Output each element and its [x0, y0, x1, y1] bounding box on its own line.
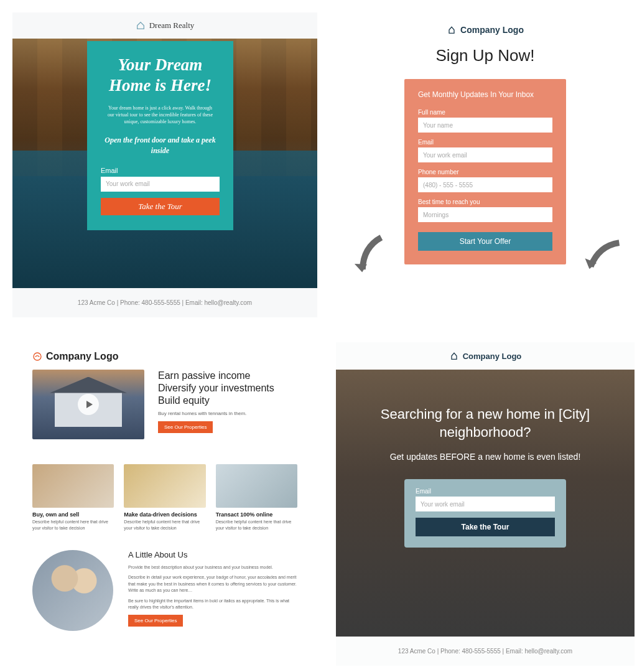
brand-name: Company Logo [460, 25, 524, 35]
hero-text: Earn passive income Diversify your inves… [158, 370, 274, 439]
feature-image [216, 464, 297, 508]
about-section: A Little About Us Provide the best descr… [32, 550, 297, 631]
feature-image [32, 464, 114, 508]
arrow-right-icon [576, 227, 628, 284]
email-label: Email [101, 167, 220, 174]
email-capture-card: Email Take the Tour [404, 479, 566, 548]
see-properties-button[interactable]: See Our Properties [128, 615, 183, 627]
fullname-input[interactable] [418, 118, 552, 133]
feature-title: Transact 100% online [216, 511, 297, 518]
about-p3: Be sure to highlight the important items… [128, 598, 297, 611]
brand-header: Dream Realty [12, 12, 317, 39]
about-p2: Describe in detail your work experience,… [128, 574, 297, 594]
hero-sub: Get updates BEFORE a new home is even li… [390, 451, 581, 463]
hero-video-thumbnail[interactable] [32, 370, 144, 439]
hero-description: Your dream home is just a click away. Wa… [101, 105, 220, 126]
phone-input[interactable] [418, 177, 552, 192]
features-row: Buy, own and sell Describe helpful conte… [32, 464, 297, 531]
about-p1: Provide the best description about your … [128, 564, 297, 571]
email-label: Email [418, 139, 552, 146]
page-heading: Sign Up Now! [436, 46, 535, 65]
hero-sub: Buy rental homes with tennants in them. [158, 411, 274, 416]
brand-name: Company Logo [46, 351, 118, 362]
feature-card: Make data-driven decisions Describe help… [124, 464, 205, 531]
email-label: Email [416, 488, 555, 495]
email-input[interactable] [416, 497, 555, 511]
template-city-search: Company Logo Searching for a new home in… [336, 342, 635, 666]
start-offer-button[interactable]: Start Your Offer [418, 232, 552, 251]
brand-name: Dream Realty [149, 21, 195, 30]
brand-header: Company Logo [336, 342, 635, 370]
hero-line-3: Build equity [158, 395, 210, 406]
brand-name: Company Logo [463, 352, 522, 361]
swirl-icon [32, 352, 42, 362]
about-photo [32, 550, 113, 631]
brand-header: Company Logo [32, 351, 297, 362]
email-input[interactable] [101, 177, 220, 192]
phone-label: Phone number [418, 169, 552, 175]
hero-line-2: Diversify your investments [158, 383, 274, 393]
template-signup-form: Company Logo Sign Up Now! Get Monthly Up… [336, 12, 635, 317]
signup-form: Get Monthly Updates In Your Inbox Full n… [404, 79, 566, 264]
feature-title: Make data-driven decisions [124, 511, 205, 518]
about-text: A Little About Us Provide the best descr… [128, 550, 297, 627]
feature-body: Describe helpful content here that drive… [216, 519, 297, 531]
brand-header: Company Logo [447, 25, 524, 35]
hero-title: Your Dream Home is Here! [101, 55, 220, 96]
hero-image: Searching for a new home in [City] neigh… [336, 370, 635, 637]
form-title: Get Monthly Updates In Your Inbox [418, 90, 552, 99]
feature-card: Transact 100% online Describe helpful co… [216, 464, 297, 531]
template-investor-landing: Company Logo Earn passive income Diversi… [12, 342, 317, 666]
take-tour-button[interactable]: Take the Tour [416, 518, 555, 536]
hero-title: Searching for a new home in [City] neigh… [361, 406, 610, 441]
take-tour-button[interactable]: Take the Tour [101, 198, 220, 215]
email-input[interactable] [418, 147, 552, 162]
besttime-input[interactable] [418, 207, 552, 222]
hero-overlay-card: Your Dream Home is Here! Your dream home… [87, 41, 233, 230]
hero-row: Earn passive income Diversify your inves… [32, 370, 297, 439]
fullname-label: Full name [418, 109, 552, 116]
feature-image [124, 464, 205, 508]
play-icon [78, 394, 99, 415]
house-icon [136, 21, 146, 30]
footer-contact: 123 Acme Co | Phone: 480-555-5555 | Emai… [336, 637, 635, 666]
footer-contact: 123 Acme Co | Phone: 480-555-5555 | Emai… [12, 288, 317, 317]
hero-line-1: Earn passive income [158, 370, 251, 381]
house-icon [449, 351, 459, 361]
feature-title: Buy, own and sell [32, 511, 114, 518]
feature-body: Describe helpful content here that drive… [124, 519, 205, 531]
about-title: A Little About Us [128, 550, 297, 559]
besttime-label: Best time to reach you [418, 198, 552, 205]
feature-card: Buy, own and sell Describe helpful conte… [32, 464, 114, 531]
feature-body: Describe helpful content here that drive… [32, 519, 114, 531]
hero-image: Your Dream Home is Here! Your dream home… [12, 39, 317, 288]
see-properties-button[interactable]: See Our Properties [158, 421, 213, 433]
arrow-left-icon [343, 227, 395, 284]
house-icon [447, 25, 457, 35]
svg-point-0 [34, 353, 41, 360]
hero-subhead: Open the front door and take a peek insi… [101, 135, 220, 155]
template-dream-realty: Dream Realty Your Dream Home is Here! Yo… [12, 12, 317, 317]
